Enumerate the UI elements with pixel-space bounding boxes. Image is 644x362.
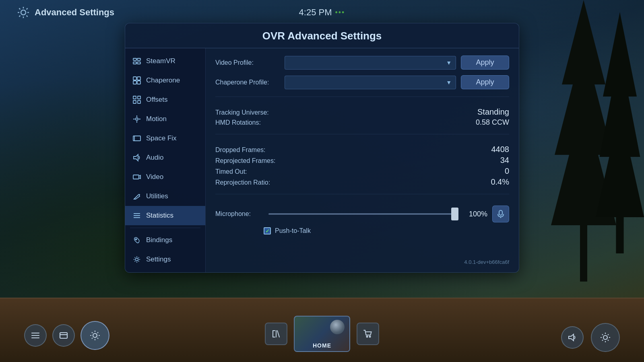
top-bar: Advanced Settings 4:25 PM ••• [0, 4, 644, 21]
svg-marker-44 [569, 334, 574, 341]
svg-rect-21 [133, 175, 139, 179]
dropped-frames-row: Dropped Frames: 4408 [215, 145, 509, 154]
audio-icon [132, 152, 142, 163]
svg-point-13 [136, 118, 138, 120]
sidebar-item-steamvr[interactable]: SteamVR [125, 51, 205, 71]
svg-rect-9 [133, 96, 136, 99]
microphone-percent: 100% [463, 210, 487, 218]
checkbox-check-mark: ✓ [265, 228, 270, 234]
panel-title: OVR Advanced Settings [125, 23, 519, 48]
sidebar-item-settings[interactable]: Settings [125, 250, 205, 269]
sidebar-item-statistics[interactable]: Statistics [125, 206, 205, 225]
library-button[interactable] [265, 323, 287, 345]
reprojected-frames-label: Reprojected Frames: [215, 157, 275, 165]
microphone-toggle-button[interactable] [492, 206, 509, 222]
cart-button[interactable] [357, 323, 379, 345]
sidebar-item-chaperone[interactable]: Chaperone [125, 71, 205, 90]
video-profile-arrow: ▼ [446, 60, 452, 66]
hmd-rotations-value: 0.58 CCW [476, 118, 509, 127]
motion-icon [132, 114, 142, 124]
sidebar-label-offsets: Offsets [146, 96, 168, 104]
sidebar-item-motion[interactable]: Motion [125, 109, 205, 129]
top-bar-left: Advanced Settings [16, 5, 114, 20]
panel-body: SteamVR Chaperone [125, 48, 519, 272]
svg-rect-5 [133, 77, 136, 80]
microphone-slider[interactable] [268, 213, 458, 215]
dropped-frames-value: 4408 [491, 145, 510, 154]
chaperone-icon [132, 75, 142, 86]
video-profile-row: Video Profile: ▼ Apply [215, 56, 509, 70]
chaperone-profile-row: Chaperone Profile: ▼ Apply [215, 75, 509, 89]
app-title: Advanced Settings [35, 7, 114, 18]
push-to-talk-row: ✓ Push-to-Talk [215, 227, 509, 234]
svg-point-45 [603, 335, 607, 339]
reprojection-ratio-label: Reprojection Ratio: [215, 179, 270, 186]
svg-rect-1 [133, 58, 136, 60]
svg-point-0 [21, 10, 26, 15]
tracking-universe-row: Tracking Universe: Standing [215, 107, 509, 117]
steam-logo [330, 320, 345, 334]
svg-rect-3 [133, 62, 136, 64]
svg-rect-34 [60, 333, 67, 338]
svg-point-43 [369, 336, 371, 337]
sidebar-item-audio[interactable]: Audio [125, 148, 205, 167]
svg-marker-20 [134, 154, 138, 161]
hmd-rotations-row: HMD Rotations: 0.58 CCW [215, 118, 509, 127]
tracking-universe-label: Tracking Universe: [215, 109, 269, 116]
sidebar-label-settings: Settings [146, 255, 171, 263]
menu-button[interactable] [24, 324, 47, 347]
card-button[interactable] [52, 324, 75, 347]
settings-button[interactable] [591, 323, 620, 352]
svg-rect-8 [137, 81, 140, 84]
sidebar-label-space-fix: Space Fix [146, 134, 177, 142]
home-tile[interactable]: HOME [294, 316, 350, 352]
bindings-icon [132, 235, 142, 245]
app-gear-icon [16, 5, 31, 20]
section-divider-3 [215, 194, 509, 194]
video-profile-dropdown[interactable]: ▼ [285, 56, 456, 70]
space-fix-icon [132, 133, 142, 144]
push-to-talk-checkbox[interactable]: ✓ [264, 227, 271, 234]
sidebar-item-video[interactable]: Video [125, 167, 205, 187]
svg-point-27 [136, 239, 137, 240]
reprojected-frames-row: Reprojected Frames: 34 [215, 156, 509, 165]
sidebar-label-statistics: Statistics [146, 212, 173, 220]
section-divider-2 [215, 134, 509, 134]
apply-chaperone-button[interactable]: Apply [461, 75, 509, 89]
chaperone-profile-label: Chaperone Profile: [215, 79, 280, 86]
svg-rect-2 [137, 58, 140, 60]
gear-button[interactable] [80, 321, 109, 350]
microphone-slider-thumb[interactable] [451, 208, 458, 220]
sidebar-bottom: Bindings Settings [125, 230, 205, 269]
microphone-section: Microphone: 100% [215, 206, 509, 234]
video-icon [132, 172, 142, 182]
statistics-icon [132, 210, 142, 221]
sidebar-item-space-fix[interactable]: Space Fix [125, 129, 205, 148]
hmd-rotations-label: HMD Rotations: [215, 119, 261, 126]
frame-stats-section: Dropped Frames: 4408 Reprojected Frames:… [215, 145, 509, 187]
vr-overlay: Advanced Settings 4:25 PM ••• OVR Advanc… [0, 0, 644, 298]
timed-out-label: Timed Out: [215, 168, 247, 175]
chaperone-profile-dropdown[interactable]: ▼ [285, 76, 456, 89]
content-area: Video Profile: ▼ Apply Chaperone Profile… [206, 48, 519, 272]
svg-rect-29 [499, 210, 502, 215]
svg-rect-11 [133, 101, 136, 103]
svg-point-42 [367, 336, 368, 337]
sidebar-item-offsets[interactable]: Offsets [125, 90, 205, 109]
tracking-universe-value: Standing [477, 107, 509, 117]
dropped-frames-label: Dropped Frames: [215, 146, 266, 154]
svg-point-28 [136, 258, 138, 261]
sidebar-item-utilities[interactable]: Utilities [125, 187, 205, 206]
sidebar-divider [130, 228, 200, 228]
reprojection-ratio-value: 0.4% [491, 177, 509, 187]
chaperone-profile-arrow: ▼ [446, 79, 452, 86]
sidebar-label-motion: Motion [146, 115, 167, 123]
sidebar-item-bindings[interactable]: Bindings [125, 230, 205, 250]
volume-button[interactable] [561, 326, 584, 349]
version-text: 4.0.1-dev+b66fca6f [215, 253, 509, 265]
taskbar: HOME [0, 298, 644, 362]
microphone-label: Microphone: [215, 210, 264, 218]
svg-rect-6 [137, 77, 140, 80]
tracking-info-section: Tracking Universe: Standing HMD Rotation… [215, 107, 509, 127]
apply-video-button[interactable]: Apply [461, 56, 509, 70]
